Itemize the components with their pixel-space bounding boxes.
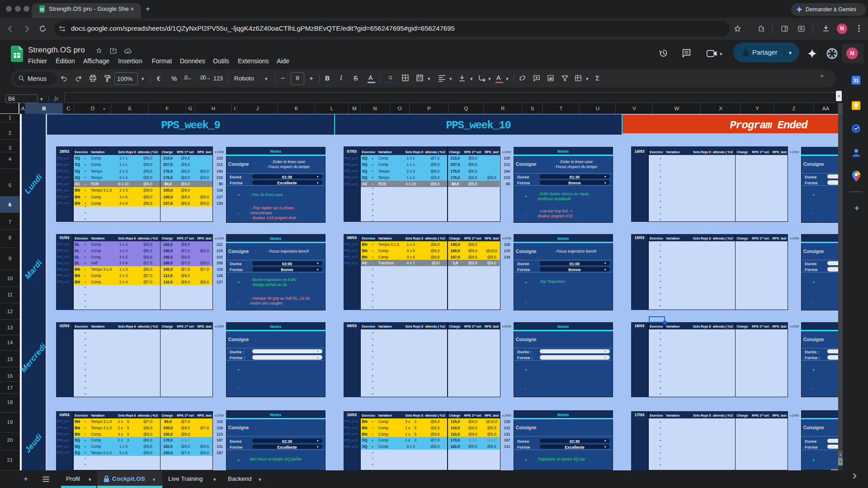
svg-text:31: 31: [854, 78, 859, 83]
